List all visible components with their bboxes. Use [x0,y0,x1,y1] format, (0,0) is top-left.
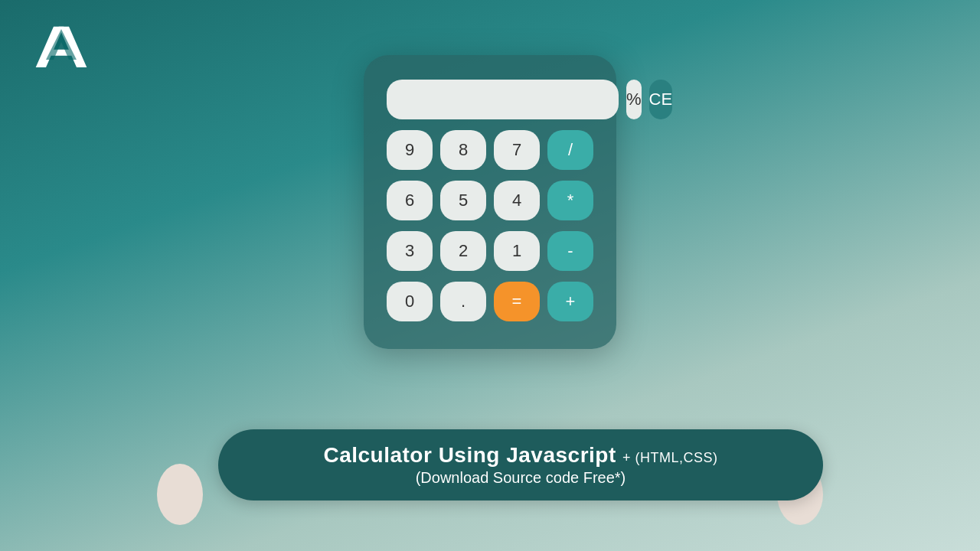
calculator: % CE 9 8 7 / 6 5 4 * 3 2 1 - 0 . = + [364,55,616,349]
multiply-button[interactable]: * [547,181,593,220]
banner-subtitle: (Download Source code Free*) [249,469,792,487]
banner-curve-left [157,464,203,525]
subtract-button[interactable]: - [547,231,593,271]
row-4: 0 . = + [387,282,593,321]
nine-button[interactable]: 9 [387,130,433,170]
add-button[interactable]: + [547,282,593,321]
bottom-banner-wrapper: Calculator Using Javascript + (HTML,CSS)… [157,458,823,530]
one-button[interactable]: 1 [494,231,540,271]
banner-title-suffix: + (HTML,CSS) [622,450,718,465]
three-button[interactable]: 3 [387,231,433,271]
banner-title: Calculator Using Javascript + (HTML,CSS) [249,443,792,468]
five-button[interactable]: 5 [440,181,486,220]
eight-button[interactable]: 8 [440,130,486,170]
banner-title-text: Calculator Using Javascript [323,443,616,467]
percent-button[interactable]: % [626,80,642,119]
two-button[interactable]: 2 [440,231,486,271]
divide-button[interactable]: / [547,130,593,170]
display-input[interactable] [387,80,619,119]
row-2: 6 5 4 * [387,181,593,220]
four-button[interactable]: 4 [494,181,540,220]
equals-button[interactable]: = [494,282,540,321]
zero-button[interactable]: 0 [387,282,433,321]
logo [31,21,92,83]
six-button[interactable]: 6 [387,181,433,220]
bottom-banner: Calculator Using Javascript + (HTML,CSS)… [218,429,823,500]
seven-button[interactable]: 7 [494,130,540,170]
decimal-button[interactable]: . [440,282,486,321]
row-3: 3 2 1 - [387,231,593,271]
display-row: % CE [387,80,593,119]
clear-entry-button[interactable]: CE [649,80,673,119]
row-1: 9 8 7 / [387,130,593,170]
